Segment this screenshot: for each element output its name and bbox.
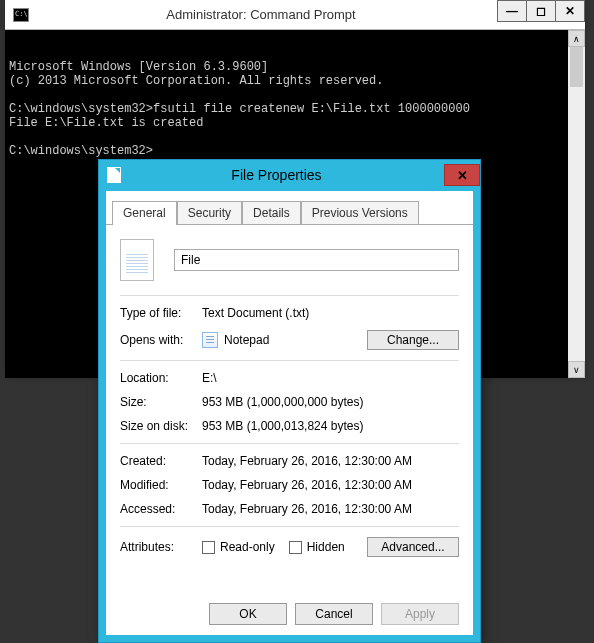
- scroll-thumb[interactable]: [570, 47, 583, 87]
- value-location: E:\: [202, 371, 459, 385]
- value-modified: Today, February 26, 2016, 12:30:00 AM: [202, 478, 459, 492]
- ok-button[interactable]: OK: [209, 603, 287, 625]
- cmd-output: Microsoft Windows [Version 6.3.9600] (c)…: [9, 60, 581, 158]
- checkbox-icon: [202, 541, 215, 554]
- advanced-button[interactable]: Advanced...: [367, 537, 459, 557]
- checkbox-hidden[interactable]: Hidden: [289, 540, 345, 554]
- separator: [120, 443, 459, 444]
- row-opens-with: Opens with: Notepad Change...: [120, 330, 459, 350]
- tab-security[interactable]: Security: [177, 201, 242, 224]
- label-created: Created:: [120, 454, 202, 468]
- row-modified: Modified: Today, February 26, 2016, 12:3…: [120, 478, 459, 492]
- separator: [120, 526, 459, 527]
- change-button[interactable]: Change...: [367, 330, 459, 350]
- row-size: Size: 953 MB (1,000,000,000 bytes): [120, 395, 459, 409]
- props-title-text: File Properties: [129, 167, 444, 183]
- cmd-icon: [13, 8, 29, 22]
- tab-details[interactable]: Details: [242, 201, 301, 224]
- minimize-button[interactable]: —: [497, 0, 527, 22]
- label-attributes: Attributes:: [120, 540, 202, 554]
- label-size-on-disk: Size on disk:: [120, 419, 202, 433]
- label-modified: Modified:: [120, 478, 202, 492]
- value-created: Today, February 26, 2016, 12:30:00 AM: [202, 454, 459, 468]
- label-type-of-file: Type of file:: [120, 306, 202, 320]
- checkbox-label-hidden: Hidden: [307, 540, 345, 554]
- value-type-of-file: Text Document (.txt): [202, 306, 459, 320]
- tab-strip: General Security Details Previous Versio…: [106, 197, 473, 225]
- document-icon: [107, 167, 121, 183]
- file-name-input[interactable]: [174, 249, 459, 271]
- checkbox-label-read-only: Read-only: [220, 540, 275, 554]
- props-body: General Security Details Previous Versio…: [106, 191, 473, 635]
- separator: [120, 295, 459, 296]
- label-size: Size:: [120, 395, 202, 409]
- notepad-icon: [202, 332, 218, 348]
- apply-button[interactable]: Apply: [381, 603, 459, 625]
- row-size-on-disk: Size on disk: 953 MB (1,000,013,824 byte…: [120, 419, 459, 433]
- row-type-of-file: Type of file: Text Document (.txt): [120, 306, 459, 320]
- value-size-on-disk: 953 MB (1,000,013,824 bytes): [202, 419, 459, 433]
- row-created: Created: Today, February 26, 2016, 12:30…: [120, 454, 459, 468]
- value-accessed: Today, February 26, 2016, 12:30:00 AM: [202, 502, 459, 516]
- cmd-scrollbar[interactable]: ∧ ∨: [568, 30, 585, 378]
- separator: [120, 360, 459, 361]
- cancel-button[interactable]: Cancel: [295, 603, 373, 625]
- value-size: 953 MB (1,000,000,000 bytes): [202, 395, 459, 409]
- scroll-up-button[interactable]: ∧: [568, 30, 585, 47]
- props-titlebar[interactable]: File Properties ✕: [99, 160, 480, 190]
- value-opens-with: Notepad Change...: [202, 330, 459, 350]
- dialog-footer: OK Cancel Apply: [209, 603, 459, 625]
- general-tab-content: Type of file: Text Document (.txt) Opens…: [106, 225, 473, 575]
- close-button[interactable]: ✕: [444, 164, 480, 186]
- row-accessed: Accessed: Today, February 26, 2016, 12:3…: [120, 502, 459, 516]
- cmd-titlebar[interactable]: Administrator: Command Prompt — ◻ ✕: [5, 0, 585, 30]
- file-type-icon: [120, 239, 154, 281]
- checkbox-read-only[interactable]: Read-only: [202, 540, 275, 554]
- tab-general[interactable]: General: [112, 201, 177, 225]
- row-location: Location: E:\: [120, 371, 459, 385]
- label-opens-with: Opens with:: [120, 333, 202, 347]
- scroll-down-button[interactable]: ∨: [568, 361, 585, 378]
- label-location: Location:: [120, 371, 202, 385]
- maximize-button[interactable]: ◻: [526, 0, 556, 22]
- window-controls: — ◻ ✕: [498, 0, 585, 24]
- tab-previous-versions[interactable]: Previous Versions: [301, 201, 419, 224]
- label-accessed: Accessed:: [120, 502, 202, 516]
- checkbox-icon: [289, 541, 302, 554]
- properties-dialog: File Properties ✕ General Security Detai…: [98, 159, 481, 643]
- opens-with-app: Notepad: [224, 333, 269, 347]
- row-attributes: Attributes: Read-only Hidden Advanced...: [120, 537, 459, 557]
- close-button[interactable]: ✕: [555, 0, 585, 22]
- file-header: [120, 239, 459, 295]
